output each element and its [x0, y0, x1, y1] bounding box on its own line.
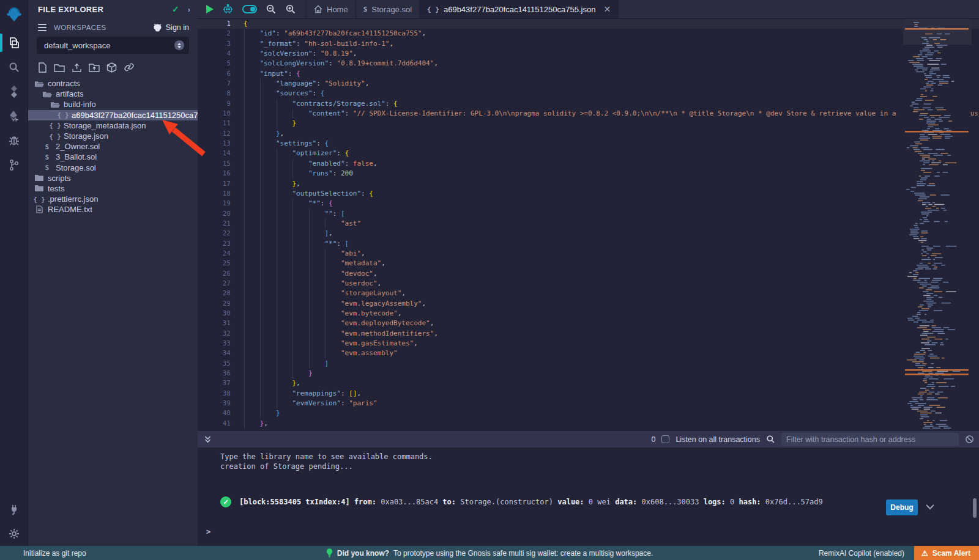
code-line-15[interactable]: 15 "enabled": false,: [198, 159, 979, 169]
new-file-icon[interactable]: [38, 62, 47, 73]
code-line-4[interactable]: 4 "solcVersion": "0.8.19",: [198, 49, 979, 59]
github-sign-in[interactable]: Sign in: [153, 23, 189, 32]
tree-item-readme-txt[interactable]: README.txt: [28, 204, 198, 215]
copilot-toggle[interactable]: [242, 5, 257, 13]
code-line-3[interactable]: 3 "_format": "hh-sol-build-info-1",: [198, 39, 979, 49]
sidebar-item-solidity-compiler[interactable]: [0, 79, 28, 104]
code-line-34[interactable]: 34 "evm.assembly": [198, 348, 979, 358]
code-line-36[interactable]: 36 }: [198, 369, 979, 378]
code-line-33[interactable]: 33 "evm.gasEstimates",: [198, 339, 979, 348]
tree-item-tests[interactable]: tests: [28, 183, 198, 194]
code-line-5[interactable]: 5 "solcLongVersion": "0.8.19+commit.7dd6…: [198, 59, 979, 68]
line-content: },: [244, 129, 284, 139]
code-line-19[interactable]: 19 "*": {: [198, 199, 979, 208]
code-line-1[interactable]: 1{: [198, 19, 979, 29]
remix-logo-icon[interactable]: [0, 0, 28, 28]
tree-item-storage-sol[interactable]: SStorage.sol: [28, 163, 198, 173]
code-line-22[interactable]: 22 ],: [198, 229, 979, 238]
zoom-out-icon[interactable]: [266, 4, 277, 15]
code-line-9[interactable]: 9 "contracts/Storage.sol": {: [198, 99, 979, 109]
transaction-row[interactable]: ✓ [block:5583405 txIndex:4] from: 0xa03.…: [220, 496, 912, 507]
tab-home[interactable]: Home: [307, 0, 356, 18]
terminal-body[interactable]: Type the library name to see available c…: [198, 448, 979, 546]
tree-item--prettierrc-json[interactable]: { }.prettierrc.json: [28, 194, 198, 204]
new-folder-icon[interactable]: [54, 63, 65, 72]
sidebar-item-plugin-manager[interactable]: [0, 497, 28, 521]
workspaces-menu-icon[interactable]: [38, 24, 47, 31]
code-line-40[interactable]: 40 }: [198, 408, 979, 418]
code-line-10[interactable]: 10 "content": "// SPDX-License-Identifie…: [198, 109, 979, 119]
tree-item-artifacts[interactable]: artifacts: [28, 89, 198, 99]
tree-item-contracts[interactable]: contracts: [28, 78, 198, 89]
code-line-26[interactable]: 26 "devdoc",: [198, 269, 979, 279]
gist-link-icon[interactable]: [124, 62, 135, 72]
code-line-29[interactable]: 29 "evm.legacyAssembly",: [198, 299, 979, 309]
tree-item-a69b43f277ba20fcac141151250ca7-[interactable]: { }a69b43f277ba20fcac141151250ca7...: [28, 110, 198, 120]
code-line-8[interactable]: 8 "sources": {: [198, 89, 979, 98]
run-script-icon[interactable]: [206, 5, 214, 13]
code-editor[interactable]: 1{2 "id": "a69b43f277ba20fcac141151250ca…: [198, 19, 979, 431]
code-line-11[interactable]: 11 }: [198, 119, 979, 128]
minimap[interactable]: [903, 19, 972, 431]
code-line-32[interactable]: 32 "evm.methodIdentifiers",: [198, 329, 979, 339]
workspace-select[interactable]: default_workspace: [37, 37, 189, 54]
transaction-filter-input[interactable]: [781, 433, 959, 446]
code-line-7[interactable]: 7 "language": "Solidity",: [198, 79, 979, 89]
expand-tx-chevron-icon[interactable]: [925, 504, 935, 510]
tab-storage-sol[interactable]: S Storage.sol: [356, 0, 420, 18]
tab-label: Home: [327, 5, 348, 14]
code-line-31[interactable]: 31 "evm.deployedBytecode",: [198, 319, 979, 328]
tree-item-scripts[interactable]: scripts: [28, 173, 198, 183]
ipfs-cube-icon[interactable]: [106, 62, 117, 73]
code-line-17[interactable]: 17 },: [198, 179, 979, 189]
scam-alert-badge[interactable]: ⚠ Scam Alert: [914, 546, 979, 560]
copilot-status[interactable]: RemixAI Copilot (enabled): [809, 549, 914, 558]
git-init-action[interactable]: Initialize as git repo: [0, 549, 86, 558]
clear-console-icon[interactable]: [965, 435, 974, 444]
code-line-39[interactable]: 39 "evmVersion": "paris": [198, 399, 979, 408]
terminal-prompt[interactable]: >: [206, 528, 210, 536]
tree-item-storage-json[interactable]: { }Storage.json: [28, 131, 198, 141]
sidebar-item-deploy-run[interactable]: [0, 104, 28, 128]
tree-item-2-owner-sol[interactable]: S2_Owner.sol: [28, 141, 198, 152]
upload-folder-icon[interactable]: [89, 62, 100, 72]
code-line-38[interactable]: 38 "remappings": [],: [198, 389, 979, 399]
zoom-in-icon[interactable]: [285, 4, 296, 15]
terminal-scrollbar[interactable]: [973, 498, 977, 518]
code-line-2[interactable]: 2 "id": "a69b43f277ba20fcac141151250ca75…: [198, 29, 979, 39]
collapse-terminal-icon[interactable]: [204, 435, 212, 444]
code-line-14[interactable]: 14 "optimizer": {: [198, 149, 979, 158]
code-line-13[interactable]: 13 "settings": {: [198, 139, 979, 149]
sidebar-item-search[interactable]: [0, 55, 28, 79]
code-line-30[interactable]: 30 "evm.bytecode",: [198, 309, 979, 319]
code-line-25[interactable]: 25 "metadata",: [198, 259, 979, 268]
code-line-24[interactable]: 24 "abi",: [198, 249, 979, 259]
code-line-41[interactable]: 41 },: [198, 419, 979, 429]
code-line-20[interactable]: 20 "": [: [198, 209, 979, 219]
code-line-37[interactable]: 37 },: [198, 378, 979, 388]
close-tab-icon[interactable]: ✕: [603, 4, 611, 14]
code-line-6[interactable]: 6 "input": {: [198, 69, 979, 79]
listen-all-checkbox[interactable]: [661, 435, 669, 443]
code-line-16[interactable]: 16 "runs": 200: [198, 169, 979, 179]
code-line-28[interactable]: 28 "storageLayout",: [198, 289, 979, 298]
upload-file-icon[interactable]: [72, 62, 82, 73]
sidebar-item-debugger[interactable]: [0, 128, 28, 153]
sidebar-item-file-explorer[interactable]: [0, 31, 28, 55]
tree-item-storage-metadata-json[interactable]: { }Storage_metadata.json: [28, 120, 198, 131]
debug-button[interactable]: Debug: [886, 499, 918, 515]
code-line-12[interactable]: 12 },: [198, 129, 979, 139]
ai-copilot-robot-icon[interactable]: [222, 4, 234, 15]
code-line-18[interactable]: 18 "outputSelection": {: [198, 189, 979, 199]
sidebar-item-settings[interactable]: [0, 521, 28, 546]
sidebar-item-git[interactable]: [0, 153, 28, 177]
code-line-35[interactable]: 35 ]: [198, 359, 979, 369]
code-line-21[interactable]: 21 "ast": [198, 219, 979, 229]
tree-item-3-ballot-sol[interactable]: S3_Ballot.sol: [28, 152, 198, 162]
line-content: "sources": {: [244, 89, 324, 98]
move-panel-chevron-icon[interactable]: ›: [188, 5, 190, 14]
code-line-23[interactable]: 23 "*": [: [198, 239, 979, 249]
code-line-27[interactable]: 27 "userdoc",: [198, 279, 979, 289]
tab-build-info-json[interactable]: { } a69b43f277ba20fcac141151250ca755.jso…: [420, 0, 619, 18]
tree-item-build-info[interactable]: build-info: [28, 99, 198, 109]
